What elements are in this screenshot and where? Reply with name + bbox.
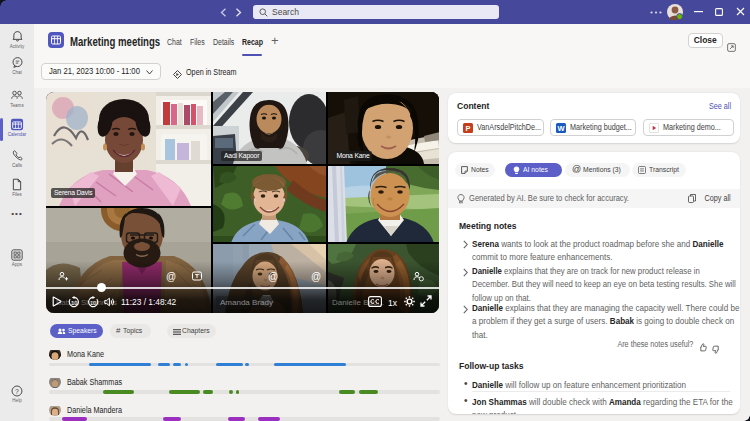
svg-text:10: 10	[90, 300, 96, 306]
svg-text:?: ?	[15, 388, 19, 395]
svg-text:P: P	[465, 124, 470, 133]
svg-text:W: W	[557, 124, 565, 133]
svg-text:10: 10	[71, 300, 77, 306]
